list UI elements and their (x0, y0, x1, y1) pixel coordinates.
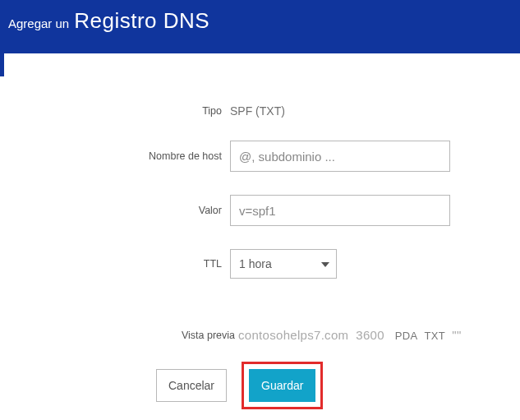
value-label: Valor (0, 205, 230, 216)
host-label: Nombre de host (0, 150, 230, 162)
type-label: Tipo (0, 105, 230, 117)
preview-ttl: 3600 (356, 328, 384, 342)
cancel-button[interactable]: Cancelar (156, 369, 227, 402)
page-header: Agregar un Registro DNS (0, 0, 520, 53)
row-ttl: TTL 1 hora (0, 249, 520, 279)
ttl-label: TTL (0, 258, 230, 270)
preview-quotes: "" (452, 328, 461, 342)
ttl-selected: 1 hora (239, 257, 272, 270)
row-type: Tipo SPF (TXT) (0, 104, 520, 118)
save-button[interactable]: Guardar (249, 369, 315, 402)
host-input[interactable] (230, 141, 450, 172)
preview-domain: contosohelps7.com (238, 328, 348, 342)
header-title: Registro DNS (74, 8, 209, 34)
header-prefix: Agregar un (8, 16, 69, 30)
row-preview: Vista previa contosohelps7.com 3600 PDAT… (0, 328, 520, 342)
type-value: SPF (TXT) (230, 104, 285, 118)
row-value: Valor (0, 195, 520, 226)
preview-tag2: TXT (424, 330, 444, 342)
preview-text: contosohelps7.com 3600 PDATXT "" (238, 328, 462, 342)
preview-label: Vista previa (0, 330, 238, 341)
ttl-select[interactable]: 1 hora (230, 249, 337, 279)
form-content: Tipo SPF (TXT) Nombre de host Valor TTL … (0, 76, 520, 409)
button-row: Cancelar Guardar (0, 362, 520, 409)
save-callout: Guardar (242, 362, 323, 409)
preview-tag1: PDA (395, 330, 418, 342)
accent-bar (0, 53, 4, 76)
chevron-down-icon (321, 258, 329, 270)
row-host: Nombre de host (0, 141, 520, 172)
value-input[interactable] (230, 195, 450, 226)
